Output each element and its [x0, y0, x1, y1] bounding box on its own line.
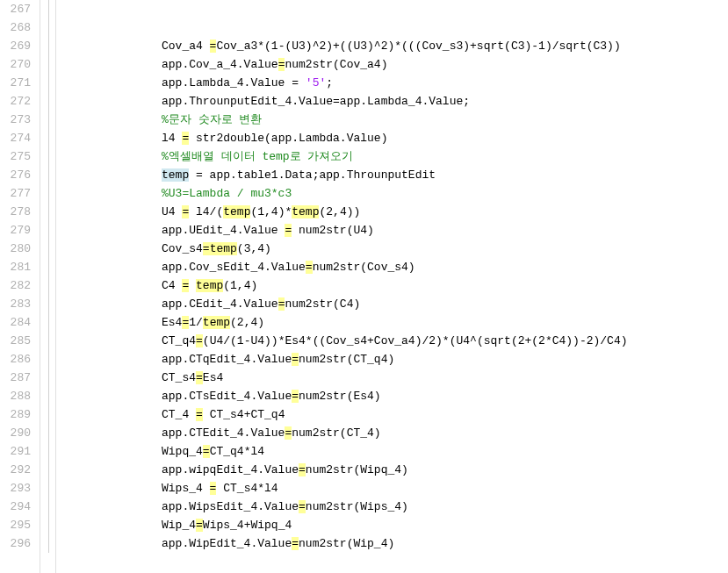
- line-number: 270: [0, 55, 31, 74]
- code-line[interactable]: app.CEdit_4.Value=num2str(C4): [70, 295, 728, 313]
- fold-cell: [40, 37, 55, 55]
- code-token: (2,4): [230, 316, 264, 329]
- code-token: num2str(CT_4): [292, 426, 380, 440]
- code-token: app.WipEdit_4.Value: [162, 537, 292, 550]
- fold-cell: [40, 313, 55, 332]
- line-number: 275: [0, 147, 31, 166]
- code-line[interactable]: %문자 숫자로 변환: [70, 111, 728, 129]
- code-token: app.CTsEdit_4.Value: [162, 390, 292, 403]
- code-token: Cov_a4: [162, 39, 210, 53]
- highlight-token: =: [196, 519, 203, 532]
- code-token: (U4/(1-U4))*Es4*((Cov_s4+Cov_a4)/2)*(U4^…: [203, 334, 628, 347]
- fold-cell: [40, 240, 55, 258]
- fold-cell: [40, 147, 55, 166]
- fold-cell: [40, 405, 55, 424]
- code-line[interactable]: [70, 0, 728, 18]
- code-line[interactable]: app.UEdit_4.Value = num2str(U4): [70, 221, 728, 240]
- line-number: 288: [0, 387, 31, 405]
- highlight-token: =: [203, 242, 210, 255]
- line-number: 290: [0, 424, 31, 442]
- code-token: (3,4): [237, 242, 271, 255]
- highlight-token: =: [299, 463, 306, 476]
- code-line[interactable]: temp = app.table1.Data;app.ThrounputEdit: [70, 166, 728, 184]
- highlight-token: =: [292, 537, 299, 550]
- code-token: Wips_4+Wipq_4: [203, 519, 292, 532]
- code-token: [189, 279, 196, 292]
- code-line[interactable]: Wipq_4=CT_q4*l4: [70, 442, 728, 461]
- line-number: 276: [0, 166, 31, 184]
- fold-cell: [40, 498, 55, 516]
- line-number: 286: [0, 350, 31, 369]
- fold-cell: [40, 461, 55, 479]
- code-token: app.Cov_sEdit_4.Value: [162, 261, 306, 274]
- code-token: CT_s4*l4: [216, 482, 278, 495]
- code-token: = app.table1.Data;app.ThrounputEdit: [189, 168, 436, 182]
- code-token: U4: [162, 205, 182, 218]
- code-line[interactable]: app.CTsEdit_4.Value=num2str(Es4): [70, 387, 728, 405]
- code-token: Cov_s4: [162, 242, 203, 255]
- code-line[interactable]: CT_s4=Es4: [70, 369, 728, 387]
- highlight-token: temp: [210, 242, 237, 255]
- code-token: Wipq_4: [162, 445, 203, 458]
- line-number: 279: [0, 221, 31, 240]
- code-line[interactable]: app.ThrounputEdit_4.Value=app.Lambda_4.V…: [70, 92, 728, 111]
- fold-cell: [40, 18, 55, 37]
- code-line[interactable]: Wip_4=Wips_4+Wipq_4: [70, 516, 728, 534]
- code-line[interactable]: Cov_a4 =Cov_a3*(1-(U3)^2)+((U3)^2)*(((Co…: [70, 37, 728, 55]
- code-line[interactable]: Cov_s4=temp(3,4): [70, 240, 728, 258]
- line-number: 281: [0, 258, 31, 276]
- code-token: Es4: [162, 316, 182, 329]
- code-line[interactable]: app.wipqEdit_4.Value=num2str(Wipq_4): [70, 461, 728, 479]
- code-line[interactable]: app.WipEdit_4.Value=num2str(Wip_4): [70, 534, 728, 553]
- code-token: app.WipsEdit_4.Value: [162, 500, 299, 513]
- line-number: 285: [0, 332, 31, 350]
- code-token: l4/(: [189, 205, 223, 218]
- code-line[interactable]: [70, 18, 728, 37]
- line-number: 274: [0, 129, 31, 147]
- line-number: 280: [0, 240, 31, 258]
- fold-cell: [40, 0, 55, 18]
- code-token: Wip_4: [162, 519, 196, 532]
- code-line[interactable]: CT_q4=(U4/(1-U4))*Es4*((Cov_s4+Cov_a4)/2…: [70, 332, 728, 350]
- fold-cell: [40, 203, 55, 221]
- line-number: 269: [0, 37, 31, 55]
- code-token: l4: [162, 132, 182, 145]
- code-line[interactable]: app.WipsEdit_4.Value=num2str(Wips_4): [70, 498, 728, 516]
- highlight-token: temp: [292, 205, 319, 218]
- code-token: (1,4)*: [250, 205, 292, 218]
- code-line[interactable]: Es4=1/temp(2,4): [70, 313, 728, 332]
- line-number: 295: [0, 516, 31, 534]
- code-line[interactable]: C4 = temp(1,4): [70, 276, 728, 295]
- code-token: num2str(Wips_4): [306, 500, 408, 513]
- code-line[interactable]: U4 = l4/(temp(1,4)*temp(2,4)): [70, 203, 728, 221]
- code-line[interactable]: l4 = str2double(app.Lambda.Value): [70, 129, 728, 147]
- fold-cell: [40, 479, 55, 498]
- code-line[interactable]: Wips_4 = CT_s4*l4: [70, 479, 728, 498]
- code-token: num2str(Cov_a4): [285, 58, 387, 71]
- highlight-token: =: [299, 500, 306, 513]
- line-number: 278: [0, 203, 31, 221]
- line-number: 293: [0, 479, 31, 498]
- code-token: num2str(Es4): [299, 390, 381, 403]
- code-line[interactable]: %U3=Lambda / mu3*c3: [70, 184, 728, 203]
- code-editor[interactable]: 2672682692702712722732742752762772782792…: [0, 0, 728, 573]
- fold-cell: [40, 221, 55, 240]
- code-line[interactable]: app.Cov_a_4.Value=num2str(Cov_a4): [70, 55, 728, 74]
- code-line[interactable]: CT_4 = CT_s4+CT_q4: [70, 405, 728, 424]
- highlight-token: =: [196, 408, 203, 421]
- fold-cell: [40, 111, 55, 129]
- code-token: app.Lambda_4.Value =: [162, 76, 306, 90]
- highlight-token: temp: [223, 205, 250, 218]
- code-area[interactable]: Cov_a4 =Cov_a3*(1-(U3)^2)+((U3)^2)*(((Co…: [56, 0, 728, 573]
- code-token: app.CTEdit_4.Value: [162, 426, 285, 440]
- code-line[interactable]: %엑셀배열 데이터 temp로 가져오기: [70, 147, 728, 166]
- fold-cell: [40, 350, 55, 369]
- code-line[interactable]: app.CTqEdit_4.Value=num2str(CT_q4): [70, 350, 728, 369]
- line-number: 277: [0, 184, 31, 203]
- code-token: num2str(U4): [292, 224, 374, 237]
- code-line[interactable]: app.CTEdit_4.Value=num2str(CT_4): [70, 424, 728, 442]
- code-line[interactable]: app.Lambda_4.Value = '5';: [70, 74, 728, 92]
- code-line[interactable]: app.Cov_sEdit_4.Value=num2str(Cov_s4): [70, 258, 728, 276]
- code-token: ;: [326, 76, 333, 90]
- code-token: (2,4)): [319, 205, 360, 218]
